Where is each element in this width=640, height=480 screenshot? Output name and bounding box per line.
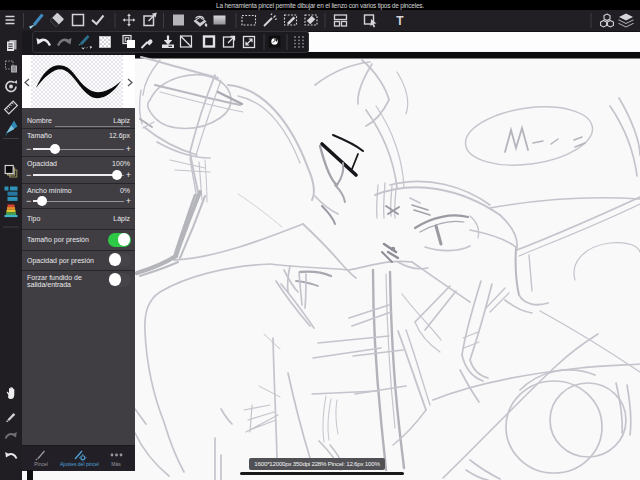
svg-text:T: T <box>396 14 404 28</box>
